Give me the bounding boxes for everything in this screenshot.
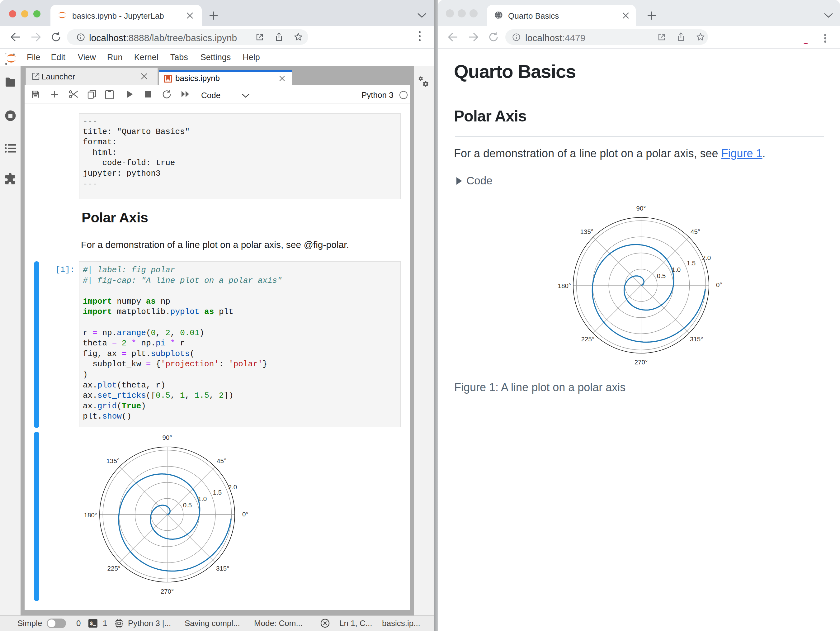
svg-text:270°: 270° <box>635 359 647 365</box>
svg-text:0.5: 0.5 <box>183 501 192 509</box>
svg-text:315°: 315° <box>690 335 703 343</box>
svg-text:180°: 180° <box>558 282 571 289</box>
svg-text:0.5: 0.5 <box>657 272 666 279</box>
svg-text:135°: 135° <box>580 228 594 235</box>
svg-text:2.0: 2.0 <box>702 254 711 261</box>
svg-text:1.5: 1.5 <box>687 259 696 267</box>
svg-text:2.0: 2.0 <box>228 483 237 490</box>
svg-text:225°: 225° <box>107 565 120 572</box>
svg-text:315°: 315° <box>216 565 229 572</box>
svg-text:1.0: 1.0 <box>672 266 681 273</box>
svg-text:270°: 270° <box>161 588 174 595</box>
svg-text:45°: 45° <box>217 457 226 464</box>
svg-text:0°: 0° <box>716 281 722 288</box>
svg-text:1.5: 1.5 <box>213 489 222 496</box>
svg-text:90°: 90° <box>636 205 646 212</box>
svg-text:45°: 45° <box>690 228 700 235</box>
svg-text:225°: 225° <box>581 335 594 343</box>
svg-text:0°: 0° <box>242 511 248 518</box>
svg-text:1.0: 1.0 <box>198 495 207 502</box>
svg-text:135°: 135° <box>106 457 120 464</box>
svg-text:90°: 90° <box>162 434 172 441</box>
svg-text:180°: 180° <box>84 511 97 519</box>
